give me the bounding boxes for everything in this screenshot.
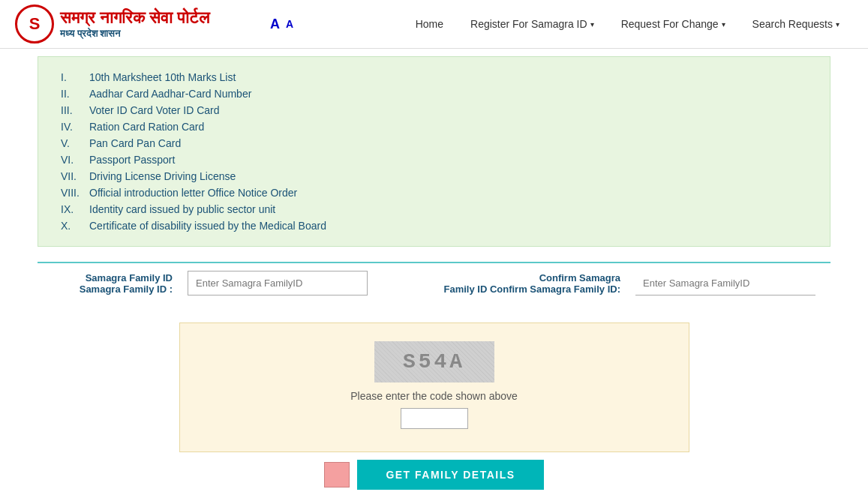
list-item: V.Pan Card Pan Card — [61, 135, 812, 152]
nav-request-change[interactable]: Request For Change ▾ — [608, 4, 739, 44]
logo-area: S समग्र नागरिक सेवा पोर्टल मध्य प्रदेश श… — [15, 4, 240, 44]
logo-text: समग्र नागरिक सेवा पोर्टल मध्य प्रदेश शास… — [60, 8, 209, 40]
confirm-label-2: Family ID Confirm Samagra Family ID: — [443, 284, 620, 295]
list-item: II.Aadhar Card Aadhar-Card Number — [61, 86, 812, 102]
roman-numeral: VIII. — [61, 187, 89, 199]
nav-register[interactable]: Register For Samagra ID ▾ — [457, 4, 608, 44]
header: S समग्र नागरिक सेवा पोर्टल मध्य प्रदेश श… — [0, 0, 868, 49]
captcha-input[interactable] — [401, 408, 468, 429]
get-family-details-button[interactable]: GET FAMILY DETAILS — [357, 460, 543, 490]
list-item-text: Official introduction letter Office Noti… — [89, 187, 297, 199]
list-item: IV.Ration Card Ration Card — [61, 118, 812, 135]
document-list-box: I.10th Marksheet 10th Marks ListII.Aadha… — [38, 56, 830, 247]
nav-home[interactable]: Home — [402, 4, 457, 44]
nav-search-arrow: ▾ — [836, 20, 839, 28]
list-item: III.Voter ID Card Voter ID Card — [61, 102, 812, 118]
confirm-label-group: Confirm Samagra Family ID Confirm Samagr… — [443, 272, 620, 295]
list-item-text: Driving License Driving License — [89, 170, 236, 182]
list-item: VI.Passport Passport — [61, 152, 812, 168]
logo-title: समग्र नागरिक सेवा पोर्टल — [60, 8, 209, 28]
roman-numeral: VI. — [61, 154, 89, 166]
list-item-text: Pan Card Pan Card — [89, 137, 181, 149]
logo-icon: S — [15, 4, 54, 44]
font-large-button[interactable]: A — [270, 16, 280, 32]
samagra-label-2: Samagra Family ID : — [80, 284, 173, 295]
pink-indicator — [324, 462, 350, 488]
list-item-text: Voter ID Card Voter ID Card — [89, 104, 220, 116]
logo-subtitle: मध्य प्रदेश शासन — [60, 28, 209, 40]
font-small-button[interactable]: A — [286, 18, 293, 30]
list-item-text: Aadhar Card Aadhar-Card Number — [89, 88, 251, 100]
list-item: X.Certificate of disability issued by th… — [61, 218, 812, 234]
font-controls: A A — [270, 16, 293, 32]
list-item-text: Certificate of disability issued by the … — [89, 220, 326, 232]
roman-numeral: I. — [61, 71, 89, 83]
captcha-image: S54A — [374, 341, 494, 382]
list-item: VIII.Official introduction letter Office… — [61, 184, 812, 201]
confirm-label-1: Confirm Samagra — [539, 272, 620, 284]
roman-numeral: V. — [61, 137, 89, 149]
nav-menu: Home Register For Samagra ID ▾ Request F… — [402, 4, 853, 44]
captcha-code: S54A — [403, 350, 465, 374]
nav-register-arrow: ▾ — [590, 20, 594, 28]
list-item-text: 10th Marksheet 10th Marks List — [89, 71, 236, 83]
roman-numeral: II. — [61, 88, 89, 100]
confirm-family-id-input[interactable] — [635, 272, 815, 296]
captcha-section: S54A Please enter the code shown above — [179, 322, 689, 452]
submit-row: GET FAMILY DETAILS — [38, 460, 830, 490]
roman-numeral: IX. — [61, 203, 89, 215]
samagra-label-1: Samagra Family ID — [86, 272, 173, 284]
roman-numeral: X. — [61, 220, 89, 232]
nav-request-arrow: ▾ — [722, 20, 725, 28]
list-item: IX.Identity card issued by public sector… — [61, 201, 812, 218]
nav-search-requests[interactable]: Search Requests ▾ — [739, 18, 853, 30]
list-item-text: Passport Passport — [89, 154, 175, 166]
samagra-family-id-input[interactable] — [188, 271, 368, 296]
captcha-prompt: Please enter the code shown above — [350, 390, 518, 402]
form-section: Samagra Family ID Samagra Family ID : Co… — [38, 262, 830, 315]
document-list: I.10th Marksheet 10th Marks ListII.Aadha… — [61, 69, 812, 234]
roman-numeral: III. — [61, 104, 89, 116]
family-id-row: Samagra Family ID Samagra Family ID : Co… — [53, 271, 815, 296]
list-item-text: Identity card issued by public sector un… — [89, 203, 275, 215]
roman-numeral: VII. — [61, 170, 89, 182]
samagra-label-group: Samagra Family ID Samagra Family ID : — [53, 272, 173, 295]
main-content: I.10th Marksheet 10th Marks ListII.Aadha… — [0, 49, 868, 492]
list-item: VII.Driving License Driving License — [61, 168, 812, 184]
list-item: I.10th Marksheet 10th Marks List — [61, 69, 812, 86]
roman-numeral: IV. — [61, 121, 89, 133]
list-item-text: Ration Card Ration Card — [89, 121, 204, 133]
confirm-id-group: Confirm Samagra Family ID Confirm Samagr… — [443, 272, 815, 296]
